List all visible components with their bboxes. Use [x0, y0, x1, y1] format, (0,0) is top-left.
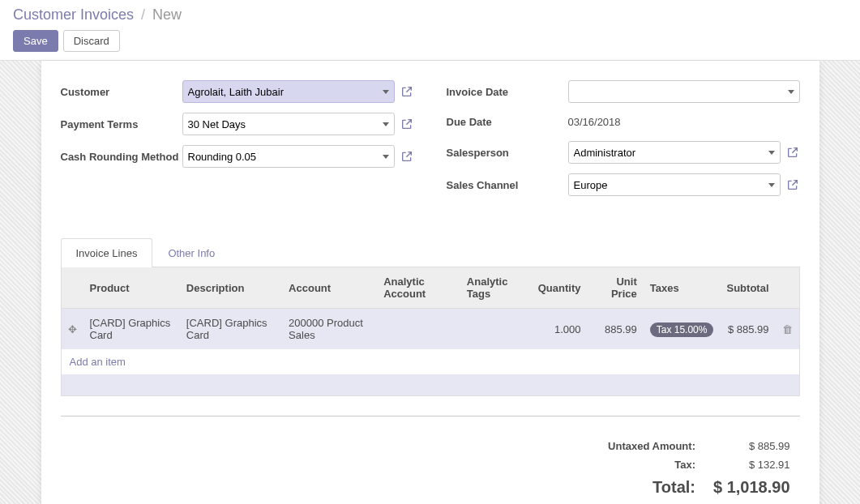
- table-row[interactable]: ✥ [CARD] Graphics Card [CARD] Graphics C…: [61, 309, 799, 350]
- chevron-down-icon: [383, 122, 389, 126]
- sales-channel-label: Sales Channel: [447, 179, 568, 191]
- cell-account[interactable]: 200000 Product Sales: [282, 309, 377, 350]
- payment-terms-label: Payment Terms: [61, 118, 182, 130]
- col-taxes: Taxes: [644, 267, 721, 309]
- tax-badge: Tax 15.00%: [650, 322, 714, 337]
- col-description: Description: [180, 267, 282, 309]
- tax-value: $ 132.91: [705, 456, 798, 473]
- invoice-date-label: Invoice Date: [447, 86, 568, 98]
- customer-label: Customer: [61, 86, 182, 98]
- col-analytic-account: Analytic Account: [377, 267, 460, 309]
- breadcrumb: Customer Invoices / New: [13, 6, 847, 23]
- col-analytic-tags: Analytic Tags: [460, 267, 532, 309]
- add-item-link[interactable]: Add an item: [61, 349, 799, 374]
- totals-block: Untaxed Amount: $ 885.99 Tax: $ 132.91 T…: [61, 416, 800, 501]
- external-link-icon[interactable]: [785, 145, 800, 160]
- cell-analytic-account[interactable]: [377, 309, 460, 350]
- cell-analytic-tags[interactable]: [460, 309, 532, 350]
- tax-label: Tax:: [600, 456, 704, 473]
- cell-taxes[interactable]: Tax 15.00%: [644, 309, 721, 350]
- discard-button[interactable]: Discard: [63, 30, 120, 52]
- salesperson-label: Salesperson: [447, 147, 568, 159]
- payment-terms-field[interactable]: [182, 113, 395, 135]
- external-link-icon[interactable]: [400, 117, 414, 131]
- spacer-row: [61, 374, 799, 395]
- chevron-down-icon: [768, 183, 775, 187]
- due-date-value: 03/16/2018: [568, 113, 621, 131]
- col-unit-price: Unit Price: [587, 267, 643, 309]
- col-product: Product: [83, 267, 180, 309]
- external-link-icon[interactable]: [400, 149, 414, 164]
- chevron-down-icon: [383, 90, 389, 94]
- salesperson-field[interactable]: [568, 141, 781, 164]
- due-date-label: Due Date: [447, 116, 568, 128]
- salesperson-input[interactable]: [574, 147, 765, 159]
- cell-product[interactable]: [CARD] Graphics Card: [83, 309, 180, 350]
- payment-terms-input[interactable]: [188, 118, 379, 130]
- cell-subtotal: $ 885.99: [720, 309, 775, 350]
- breadcrumb-current: New: [152, 6, 182, 23]
- total-value: $ 1,018.90: [705, 475, 798, 499]
- drag-handle-icon[interactable]: ✥: [61, 309, 83, 350]
- cell-unit-price[interactable]: 885.99: [587, 309, 643, 350]
- customer-field[interactable]: [182, 80, 395, 103]
- sales-channel-field[interactable]: [568, 173, 781, 196]
- untaxed-value: $ 885.99: [705, 438, 798, 455]
- chevron-down-icon: [383, 155, 389, 159]
- col-subtotal: Subtotal: [720, 267, 775, 309]
- cell-quantity[interactable]: 1.000: [532, 309, 588, 350]
- col-account: Account: [282, 267, 377, 309]
- cash-rounding-input[interactable]: [188, 151, 379, 163]
- total-label: Total:: [600, 475, 704, 499]
- cash-rounding-label: Cash Rounding Method: [61, 151, 182, 163]
- tab-invoice-lines[interactable]: Invoice Lines: [61, 238, 153, 267]
- sales-channel-input[interactable]: [574, 179, 765, 191]
- invoice-date-field[interactable]: [568, 80, 800, 103]
- external-link-icon[interactable]: [785, 177, 800, 192]
- breadcrumb-separator: /: [141, 6, 145, 23]
- cash-rounding-field[interactable]: [182, 145, 395, 168]
- col-quantity: Quantity: [532, 267, 588, 309]
- breadcrumb-root[interactable]: Customer Invoices: [13, 6, 134, 23]
- cell-description[interactable]: [CARD] Graphics Card: [180, 309, 282, 350]
- external-link-icon[interactable]: [400, 84, 414, 99]
- tab-other-info[interactable]: Other Info: [152, 238, 230, 267]
- chevron-down-icon: [788, 90, 794, 94]
- invoice-date-input[interactable]: [574, 86, 785, 98]
- untaxed-label: Untaxed Amount:: [600, 438, 704, 455]
- trash-icon[interactable]: 🗑: [776, 309, 800, 350]
- save-button[interactable]: Save: [13, 30, 58, 52]
- customer-input[interactable]: [188, 86, 379, 98]
- chevron-down-icon: [768, 151, 775, 155]
